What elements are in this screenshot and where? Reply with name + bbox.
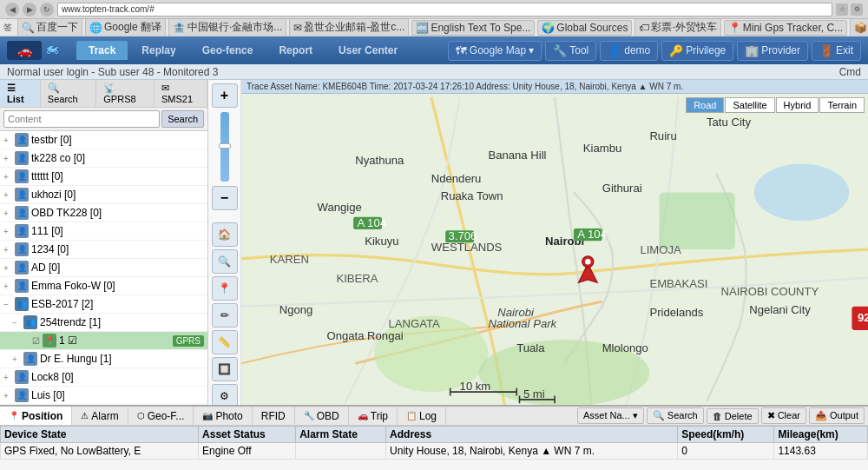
nav-refresh-btn[interactable]: ↻ [40, 3, 54, 17]
url-bar[interactable] [57, 3, 832, 17]
cell-address: Unity House, 18, Nairobi, Kenya ▲ WN 7 m… [386, 443, 678, 460]
clear-result-btn[interactable]: ✖ Clear [761, 407, 806, 424]
group-icon: 👥 [15, 297, 29, 311]
list-item[interactable]: + 👤 Dr E. Hungu [1] [0, 350, 207, 368]
photo-icon: 📷 [202, 411, 213, 420]
google-map-btn[interactable]: 🗺 Google Map ▾ [448, 41, 542, 61]
delete-btn[interactable]: 🗑 Delete [707, 408, 759, 424]
provider-btn[interactable]: 🏢 Provider [737, 41, 808, 61]
map-tool-4[interactable]: ✏ [212, 303, 238, 328]
user-btn[interactable]: 👤 demo [600, 41, 658, 61]
provider-label: Provider [761, 44, 800, 56]
map-tool-5[interactable]: 📏 [212, 330, 238, 354]
tab-log[interactable]: 📋 Log [398, 407, 446, 425]
tab-track[interactable]: Track [76, 41, 128, 60]
map-tool-1[interactable]: 🏠 [212, 222, 238, 247]
map-svg: Ruiru Tatu City Nyathuna Banana Hill Kia… [241, 97, 868, 420]
cell-alarm-state [296, 443, 386, 460]
tab-obd[interactable]: 🔧 OBD [295, 407, 349, 425]
asset-name-btn[interactable]: Asset Na... ▾ [577, 407, 644, 424]
list-item[interactable]: + 👤 ukhozi [0] [0, 186, 207, 204]
nav-tabs: Track Replay Geo-fence Report User Cente… [76, 41, 410, 60]
zoom-slider[interactable] [220, 112, 229, 182]
tab-report[interactable]: Report [266, 41, 325, 60]
user-icon: 👤 [608, 44, 621, 57]
tab-position[interactable]: 📍 Position [0, 407, 72, 425]
device-search-input[interactable] [3, 110, 160, 128]
privilege-btn[interactable]: 🔑 Privilege [661, 41, 733, 61]
nav-forward-btn[interactable]: ▶ [23, 3, 36, 17]
svg-text:5 mi: 5 mi [523, 387, 545, 400]
list-item[interactable]: + 👤 Luis [0] [0, 387, 207, 405]
map-type-terrain[interactable]: Terrain [819, 97, 865, 113]
tab-rfid[interactable]: RFID [253, 407, 295, 425]
bookmark-item-8[interactable]: 📦天峰国际物流系统 [850, 19, 868, 36]
expand-icon: + [3, 263, 12, 273]
list-item[interactable]: + 👤 tttttt [0] [0, 168, 207, 186]
tab-geofence[interactable]: Geo-fence [190, 41, 266, 60]
cell-device-state: GPS Fixed, No LowBattery, E [1, 443, 199, 460]
bookmark-item-1[interactable]: 🌐Google 翻译 [85, 19, 166, 36]
map-tool-2[interactable]: 🔍 [212, 249, 238, 274]
svg-text:92: 92 [858, 311, 868, 324]
map-type-road[interactable]: Road [686, 97, 724, 113]
list-item[interactable]: + 👤 OBD TK228 [0] [0, 204, 207, 222]
list-item[interactable]: − 👥 254trendz [1] [0, 314, 207, 332]
search-btn[interactable]: 🔍 Search [647, 407, 704, 424]
tab-sms21[interactable]: ✉ SMS21 [155, 80, 207, 107]
bookmark-item-5[interactable]: 🌍Global Sources [537, 20, 632, 36]
bookmark-item-3[interactable]: ✉盈世企业邮箱-盈世c... [289, 19, 409, 36]
bookmark-item-6[interactable]: 🏷彩票·外贸快车 [635, 19, 720, 36]
bookmark-item-4[interactable]: 🔤English Text To Spe... [411, 20, 535, 36]
expand-icon: + [3, 227, 12, 236]
zoom-in-btn[interactable]: + [212, 83, 238, 108]
list-item[interactable]: + 👤 Emma Foko-W [0] [0, 277, 207, 295]
table-row[interactable]: GPS Fixed, No LowBattery, E Engine Off U… [1, 443, 868, 460]
map-tool-6[interactable]: 🔲 [212, 357, 238, 381]
tab-trip[interactable]: 🚗 Trip [349, 407, 398, 425]
exit-btn[interactable]: 🚪 Exit [812, 41, 861, 61]
expand-icon: − [3, 300, 12, 309]
list-item[interactable]: − 👥 ESB-2017 [2] [0, 295, 207, 314]
nav-back-btn[interactable]: ◀ [5, 3, 19, 17]
list-item[interactable]: ☑ 📍 1 ☑ GPRS [0, 332, 207, 350]
map-type-hybrid[interactable]: Hybrid [776, 97, 819, 113]
bookmark-item-2[interactable]: 🏦中国银行·金融市场... [168, 19, 286, 36]
settings-icon[interactable]: ⚙ [851, 3, 863, 16]
svg-text:NAIROBI COUNTY: NAIROBI COUNTY [720, 285, 819, 298]
svg-text:Ndenderu: Ndenderu [431, 172, 482, 185]
user-icon: 👤 [23, 352, 37, 366]
tool-btn[interactable]: 🔧 Tool [545, 41, 596, 61]
tab-gprs8[interactable]: 📡 GPRS8 [96, 80, 155, 107]
tab-replay[interactable]: Replay [129, 41, 187, 60]
group-icon: 👥 [23, 315, 37, 329]
zoom-handle[interactable] [219, 143, 231, 149]
list-item[interactable]: + 👤 testbr [0] [0, 131, 207, 149]
tab-list[interactable]: ☰ List [0, 80, 41, 107]
list-item[interactable]: + 👤 111 [0] [0, 222, 207, 241]
tab-search[interactable]: 🔍 Search [41, 80, 96, 107]
device-search-bar: Search [0, 108, 207, 131]
device-search-btn[interactable]: Search [161, 110, 204, 128]
col-asset-status: Asset Status [199, 427, 296, 443]
user-icon: 👤 [15, 151, 29, 165]
map-type-satellite[interactable]: Satellite [725, 97, 774, 113]
output-btn[interactable]: 📤 Output [809, 407, 865, 424]
list-item[interactable]: + 👤 1234 [0] [0, 241, 207, 259]
map-tool-3[interactable]: 📍 [212, 276, 238, 301]
browser-chrome: ◀ ▶ ↻ ☆ ⚙ [0, 0, 868, 19]
obd-tab-label: OBD [317, 410, 339, 422]
list-item[interactable]: + 👤 AD [0] [0, 259, 207, 277]
tab-alarm[interactable]: ⚠ Alarm [72, 407, 128, 425]
tab-geo-fence[interactable]: ⬡ Geo-F... [128, 407, 194, 425]
zoom-out-btn[interactable]: − [212, 186, 238, 210]
list-item[interactable]: + 👤 tk228 co [0] [0, 149, 207, 168]
bookmark-item-7[interactable]: 📍Mini Gps Tracker, C... [724, 20, 847, 36]
bottom-data-table: Device State Asset Status Alarm State Ad… [0, 426, 868, 470]
bookmark-item-0[interactable]: 🔍百度一下 [17, 19, 82, 36]
tab-usercenter[interactable]: User Center [326, 41, 410, 60]
user-icon: 👤 [15, 261, 29, 275]
bookmark-icon[interactable]: ☆ [836, 3, 848, 16]
tab-photo[interactable]: 📷 Photo [194, 407, 252, 425]
list-item[interactable]: + 👤 Lock8 [0] [0, 368, 207, 387]
